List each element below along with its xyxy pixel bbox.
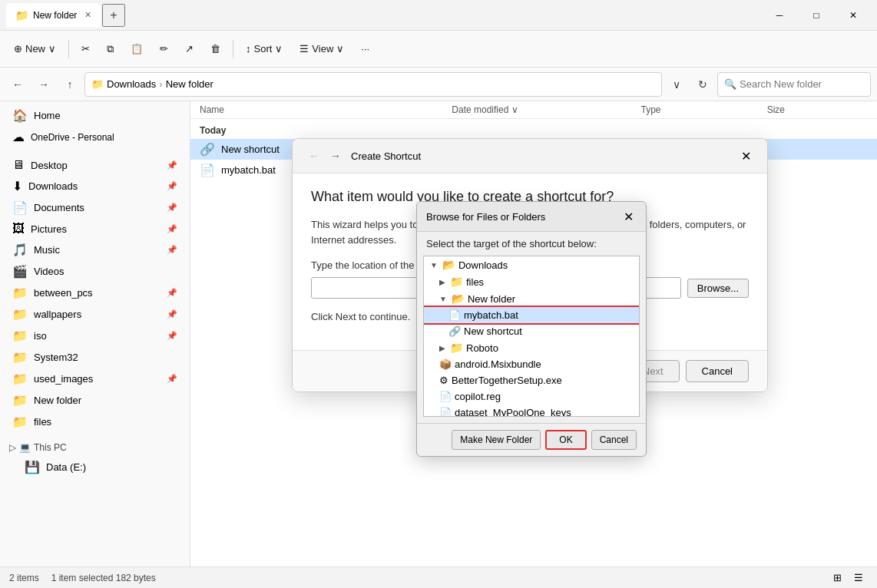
tab-new-folder[interactable]: 📁 New folder ✕ xyxy=(6,3,101,28)
up-button[interactable]: ↑ xyxy=(58,73,81,96)
paste-button[interactable]: 📋 xyxy=(123,38,151,59)
col-type: Type xyxy=(641,104,767,115)
pin-icon-music: 📌 xyxy=(167,245,177,255)
pin-icon-wallpapers: 📌 xyxy=(167,309,177,319)
tree-item-downloads[interactable]: ▼ 📂 Downloads xyxy=(424,256,639,273)
share-button[interactable]: ↗ xyxy=(177,38,201,59)
browse-ok-button[interactable]: OK xyxy=(545,430,586,450)
tree-mybatch-label: mybatch.bat xyxy=(464,309,518,321)
maximize-button[interactable]: □ xyxy=(799,3,834,28)
new-label: New xyxy=(25,43,45,55)
sidebar-item-iso[interactable]: 📁 iso 📌 xyxy=(3,325,187,346)
item-count: 2 items xyxy=(9,573,39,583)
sidebar-item-files[interactable]: 📁 files xyxy=(3,411,187,432)
browse-title-bar: Browse for Files or Folders ✕ xyxy=(417,202,646,232)
breadcrumb-new-folder[interactable]: New folder xyxy=(166,78,213,90)
forward-button[interactable]: → xyxy=(32,73,55,96)
pin-icon-documents: 📌 xyxy=(167,203,177,213)
browse-tree: ▼ 📂 Downloads ▶ 📁 files ▼ 📂 New folder 📄… xyxy=(423,256,640,417)
minimize-button[interactable]: ─ xyxy=(762,3,797,28)
desktop-icon: 🖥 xyxy=(12,158,25,172)
close-button[interactable]: ✕ xyxy=(836,3,871,28)
copy-icon: ⧉ xyxy=(107,43,114,55)
tree-item-dataset[interactable]: 📄 dataset_MyPoolOne_keys xyxy=(424,405,639,417)
sidebar-item-onedrive[interactable]: ☁ OneDrive - Personal xyxy=(3,127,187,147)
sidebar-item-music[interactable]: 🎵 Music 📌 xyxy=(3,239,187,260)
dialog-forward-button[interactable]: → xyxy=(326,147,345,165)
more-button[interactable]: ··· xyxy=(353,38,377,59)
pin-icon-used-images: 📌 xyxy=(167,374,177,384)
dialog-back-button[interactable]: ← xyxy=(305,147,323,165)
new-button[interactable]: ⊕ New ∨ xyxy=(6,38,64,59)
search-box[interactable]: 🔍 xyxy=(717,72,871,97)
copy-button[interactable]: ⧉ xyxy=(99,38,121,60)
sidebar-item-downloads[interactable]: ⬇ Downloads 📌 xyxy=(3,176,187,197)
onedrive-icon: ☁ xyxy=(12,130,25,144)
dialog-browse-button[interactable]: Browse... xyxy=(687,279,749,298)
tab-close-button[interactable]: ✕ xyxy=(84,10,91,20)
search-input[interactable] xyxy=(740,78,847,90)
make-new-folder-button[interactable]: Make New Folder xyxy=(452,430,541,450)
browse-cancel-button[interactable]: Cancel xyxy=(591,430,637,450)
tree-item-copilot[interactable]: 📄 copilot.reg xyxy=(424,388,639,405)
tree-item-roboto[interactable]: ▶ 📁 Roboto xyxy=(424,339,639,356)
back-button[interactable]: ← xyxy=(6,73,29,96)
reg-icon: 📄 xyxy=(439,391,452,402)
tree-item-new-folder[interactable]: ▼ 📂 New folder xyxy=(424,290,639,307)
videos-icon: 🎬 xyxy=(12,264,28,279)
tree-item-android-msix[interactable]: 📦 android.Msixbundle xyxy=(424,356,639,372)
selected-info: 1 item selected 182 bytes xyxy=(51,573,156,583)
status-bar: 2 items 1 item selected 182 bytes ⊞ ☰ xyxy=(0,567,877,588)
sidebar-item-videos[interactable]: 🎬 Videos xyxy=(3,261,187,282)
view-button[interactable]: ☰ View ∨ xyxy=(292,38,352,59)
address-path[interactable]: 📁 Downloads › New folder xyxy=(84,72,662,97)
sidebar-used-images-label: used_images xyxy=(34,373,93,385)
sidebar-home-label: Home xyxy=(34,110,61,121)
sidebar-documents-label: Documents xyxy=(34,202,84,213)
sidebar-item-documents[interactable]: 📄 Documents 📌 xyxy=(3,197,187,218)
sidebar-item-home[interactable]: 🏠 Home xyxy=(3,105,187,126)
tab-title: New folder xyxy=(33,10,77,21)
sidebar-item-system32[interactable]: 📁 System32 xyxy=(3,347,187,368)
dataset-icon: 📄 xyxy=(439,407,452,417)
sidebar-item-desktop[interactable]: 🖥 Desktop 📌 xyxy=(3,155,187,175)
this-pc-header[interactable]: ▷ 💻 This PC xyxy=(0,439,190,456)
dialog-close-button[interactable]: ✕ xyxy=(736,147,755,165)
sidebar-item-pictures[interactable]: 🖼 Pictures 📌 xyxy=(3,219,187,239)
delete-button[interactable]: 🗑 xyxy=(203,38,228,59)
dialog-cancel-button[interactable]: Cancel xyxy=(686,360,749,382)
detail-view-button[interactable]: ☰ xyxy=(849,569,868,587)
tree-item-better-together[interactable]: ⚙ BetterTogetherSetup.exe xyxy=(424,372,639,388)
tree-item-mybatch[interactable]: 📄 mybatch.bat xyxy=(424,307,639,323)
sort-button[interactable]: ↕ Sort ∨ xyxy=(238,38,290,59)
sidebar-item-between-pcs[interactable]: 📁 between_pcs 📌 xyxy=(3,282,187,303)
sidebar-item-data-e[interactable]: 💾 Data (E:) xyxy=(3,457,187,477)
sidebar-item-wallpapers[interactable]: 📁 wallpapers 📌 xyxy=(3,304,187,325)
roboto-folder-icon: 📁 xyxy=(450,342,463,354)
sidebar-item-new-folder[interactable]: 📁 New folder xyxy=(3,390,187,411)
breadcrumb-downloads[interactable]: Downloads xyxy=(107,78,156,90)
tree-item-files[interactable]: ▶ 📁 files xyxy=(424,273,639,290)
downloads-icon: ⬇ xyxy=(12,179,22,193)
cut-icon: ✂ xyxy=(81,43,90,55)
tree-roboto-label: Roboto xyxy=(466,342,498,354)
system32-icon: 📁 xyxy=(12,350,28,365)
tree-item-new-shortcut[interactable]: 🔗 New shortcut xyxy=(424,323,639,339)
toolbar-sep-1 xyxy=(68,40,69,58)
sidebar-desktop-label: Desktop xyxy=(31,160,68,171)
mybatch-file-icon: 📄 xyxy=(448,309,461,321)
new-folder-chevron: ▼ xyxy=(439,295,447,303)
browse-close-button[interactable]: ✕ xyxy=(620,208,637,225)
sort-label: Sort xyxy=(254,43,273,55)
tree-downloads-label: Downloads xyxy=(458,259,508,271)
section-today: Today xyxy=(190,119,877,139)
refresh-button[interactable]: ↻ xyxy=(691,73,714,96)
dropdown-button[interactable]: ∨ xyxy=(665,73,688,96)
pin-icon-desktop: 📌 xyxy=(167,160,177,170)
sidebar-item-used-images[interactable]: 📁 used_images 📌 xyxy=(3,368,187,389)
rename-button[interactable]: ✏ xyxy=(152,38,176,59)
dialog-header: ← → Create Shortcut ✕ xyxy=(293,139,767,173)
cut-button[interactable]: ✂ xyxy=(74,38,98,59)
list-view-button[interactable]: ⊞ xyxy=(828,569,846,587)
new-tab-button[interactable]: + xyxy=(102,4,124,27)
